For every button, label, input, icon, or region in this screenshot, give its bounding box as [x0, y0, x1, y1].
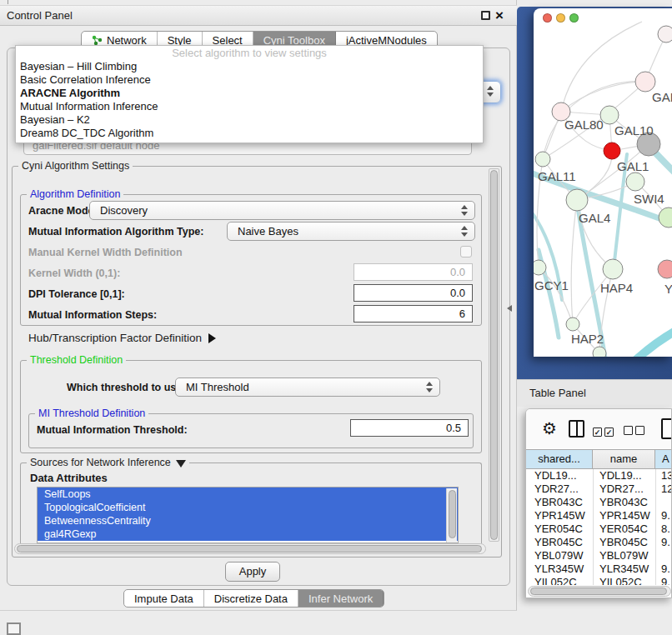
column-header-name[interactable]: name — [593, 450, 655, 468]
manual-kernel-width-label: Manual Kernel Width Definition — [28, 247, 183, 258]
combo-stepper-icon — [461, 205, 469, 216]
attribute-item-selected[interactable]: BetweennessCentrality — [38, 514, 458, 528]
attribute-list-scrollbar[interactable] — [446, 488, 457, 543]
float-window-icon[interactable] — [481, 11, 490, 20]
cell-partial-value: 13 — [661, 469, 672, 482]
dpi-tolerance-field[interactable]: 0.0 — [354, 284, 473, 302]
split-columns-icon[interactable] — [569, 420, 584, 438]
node-gal4[interactable] — [566, 189, 588, 211]
table-panel-titlebar: Table Panel — [517, 379, 672, 407]
node-gcy1[interactable] — [534, 260, 546, 275]
which-threshold-combo[interactable]: MI Threshold — [175, 378, 440, 397]
attribute-item-selected[interactable]: SelfLoops — [38, 488, 458, 501]
manual-kernel-width-checkbox[interactable] — [460, 246, 472, 258]
table-row[interactable]: YBL079WYBL079W — [526, 549, 672, 562]
sources-group-title[interactable]: Sources for Network Inference — [27, 457, 189, 468]
attribute-item-selected[interactable]: TopologicalCoefficient — [38, 501, 458, 514]
table-row[interactable]: YBR045CYBR045C9. — [526, 536, 672, 549]
cell-shared-name: YLR345W — [534, 562, 584, 575]
settings-group-title: Cyni Algorithm Settings — [18, 160, 133, 172]
dropdown-placeholder: Select algorithm to view settings — [16, 46, 483, 60]
node-gal1[interactable] — [626, 172, 644, 191]
node-label-gal4: GAL4 — [579, 211, 610, 225]
panel-splitter-handle[interactable] — [507, 305, 512, 312]
table-row[interactable]: YIL052CYIL052C9. — [526, 576, 672, 585]
dropdown-item[interactable]: Bayesian – K2 — [16, 113, 483, 127]
mi-threshold-label: Mutual Information Threshold: — [37, 424, 188, 436]
settings-horizontal-scrollbar[interactable] — [14, 543, 486, 554]
table-row[interactable]: YDR27...YDR27...12 — [526, 482, 672, 496]
deselect-all-checkboxes-icon[interactable] — [624, 423, 647, 438]
dropdown-item[interactable]: Basic Correlation Inference — [16, 73, 483, 87]
mi-algorithm-type-combo[interactable]: Naive Bayes — [227, 222, 475, 241]
table-row[interactable]: YER054CYER054C8. — [526, 522, 672, 536]
node-label-hap4: HAP4 — [600, 281, 633, 295]
cell-shared-name: YIL052C — [534, 576, 577, 585]
mi-algorithm-type-label: Mutual Information Algorithm Type: — [28, 226, 203, 238]
combo-stepper-icon — [487, 86, 494, 97]
node-unlabeled-bottom[interactable] — [593, 347, 606, 357]
node-label-gal10: GAL10 — [614, 123, 654, 138]
node-gal11[interactable] — [535, 152, 550, 167]
node-hap2[interactable] — [566, 318, 579, 331]
top-tick — [8, 0, 8, 4]
table-row[interactable]: YLR345WYLR345W9. — [526, 562, 672, 576]
table-row[interactable]: YPR145WYPR145W9. — [526, 509, 672, 522]
screen: Control Panel × Network Style Select Cyn… — [0, 0, 672, 635]
node-label-gal: GAL — [652, 90, 672, 104]
tab-impute-data[interactable]: Impute Data — [124, 590, 204, 607]
column-separator — [593, 469, 594, 585]
node-salmon[interactable] — [658, 260, 672, 278]
minimized-panel-icon[interactable] — [7, 622, 21, 635]
aracne-mode-combo[interactable]: Discovery — [89, 201, 475, 220]
cell-name: YPR145W — [599, 509, 650, 522]
cell-name: YBR045C — [599, 536, 648, 548]
mi-steps-field[interactable]: 6 — [354, 305, 473, 322]
dropdown-item[interactable]: Mutual Information Inference — [16, 100, 483, 113]
cell-shared-name: YBR045C — [534, 536, 583, 548]
table-horizontal-scrollbar[interactable] — [528, 586, 671, 597]
combo-stepper-icon — [461, 226, 469, 237]
node-unlabeled-top[interactable] — [658, 26, 672, 42]
cell-name: YBL079W — [599, 549, 649, 562]
node-label-swi4: SWI4 — [634, 192, 664, 206]
close-icon[interactable]: × — [495, 6, 504, 26]
table-row[interactable]: YDL19...YDL19...13 — [526, 469, 672, 482]
node-swi4[interactable] — [659, 208, 672, 228]
tab-infer-network[interactable]: Infer Network — [298, 590, 384, 607]
kernel-width-field[interactable]: 0.0 — [354, 263, 473, 281]
settings-vertical-scrollbar[interactable] — [489, 168, 499, 542]
column-header-partial[interactable]: A — [655, 450, 672, 468]
teal-edge-thick — [632, 327, 672, 357]
cell-partial-value: 8. — [661, 522, 670, 535]
node-red-selected[interactable] — [604, 142, 620, 159]
node-hap4[interactable] — [603, 259, 623, 279]
mi-threshold-field[interactable]: 0.5 — [350, 419, 469, 437]
node-gal-partial[interactable] — [635, 72, 655, 92]
control-panel-titlebar: Control Panel × — [0, 5, 517, 26]
aracne-mode-label: Aracne Mode: — [28, 205, 98, 217]
data-attributes-list: SelfLoops TopologicalCoefficient Between… — [37, 487, 459, 543]
table-panel-title: Table Panel — [529, 387, 586, 399]
dropdown-item-selected[interactable]: ARACNE Algorithm — [16, 87, 483, 100]
apply-button[interactable]: Apply — [225, 562, 280, 582]
tab-discretize-data[interactable]: Discretize Data — [204, 590, 298, 607]
cell-partial-value: 9. — [661, 509, 670, 522]
attribute-item-selected[interactable]: gal4RGexp — [38, 528, 458, 541]
dropdown-item[interactable]: Bayesian – Hill Climbing — [16, 60, 483, 73]
document-icon[interactable] — [661, 418, 672, 439]
dropdown-item[interactable]: Dream8 DC_TDC Algorithm — [16, 127, 483, 140]
hub-definition-toggle[interactable]: Hub/Transcription Factor Definition — [28, 332, 216, 344]
cell-partial-value: 12 — [661, 482, 672, 495]
cell-partial-value: 9. — [661, 576, 670, 585]
node-label-hap2: HAP2 — [571, 332, 604, 346]
gear-icon[interactable]: ⚙ — [542, 420, 557, 437]
select-all-checkboxes-icon[interactable]: ✓✓ — [593, 423, 616, 438]
column-header-shared[interactable]: shared... — [526, 450, 593, 468]
network-icon — [92, 35, 103, 46]
cell-shared-name: YBL079W — [534, 549, 584, 562]
cyni-bottom-tabbar: Impute Data Discretize Data Infer Networ… — [123, 589, 384, 608]
cell-shared-name: YBR043C — [534, 496, 583, 508]
table-row[interactable]: YBR043CYBR043C — [526, 496, 672, 509]
network-view-canvas[interactable]: GAL GAL80 GAL10 GAL1 GAL11 SWI4 GAL4 GCY… — [534, 8, 672, 357]
